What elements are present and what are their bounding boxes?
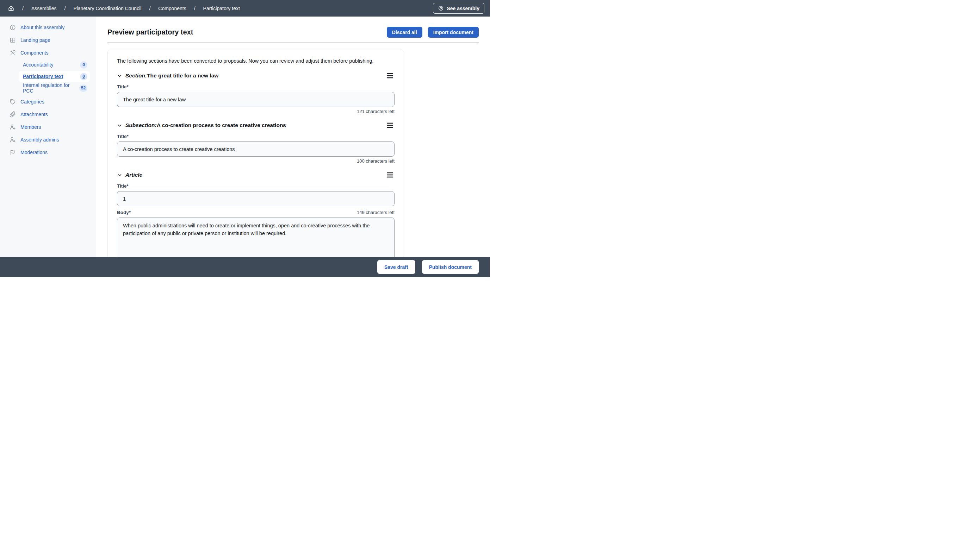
sidebar-item-label: Accountability	[23, 62, 53, 68]
drag-handle-icon[interactable]	[385, 122, 394, 129]
see-assembly-label: See assembly	[447, 6, 479, 11]
section-block: Section:The great title for a new law Ti…	[117, 72, 394, 114]
sidebar-item-label: Assembly admins	[21, 137, 59, 143]
breadcrumb-separator: /	[149, 6, 150, 11]
section-title-input[interactable]	[117, 142, 394, 157]
section-type-label: Section:	[125, 73, 147, 79]
publish-document-button[interactable]: Publish document	[422, 260, 479, 274]
breadcrumb-separator: /	[194, 6, 196, 11]
sidebar: About this assembly Landing page Compo	[0, 16, 96, 277]
section-heading: A co-creation process to create creative…	[157, 122, 286, 129]
drag-handle-icon[interactable]	[385, 72, 394, 79]
count-badge: 0	[80, 61, 87, 68]
eye-icon	[438, 5, 444, 11]
title-field-label: Title*	[117, 183, 394, 189]
breadcrumb-separator: /	[64, 6, 65, 11]
user-gear-icon	[10, 137, 16, 143]
breadcrumb: / Assemblies / Planetary Coordination Co…	[8, 5, 240, 12]
characters-left: 121 characters left	[117, 109, 394, 114]
sidebar-item-landing-page[interactable]: Landing page	[0, 34, 96, 46]
tools-icon	[10, 49, 16, 56]
info-icon	[10, 24, 16, 30]
chevron-down-icon[interactable]	[117, 123, 122, 128]
sidebar-item-label: Internal regulation for PCC	[23, 82, 79, 94]
article-title-input[interactable]	[117, 191, 394, 206]
sidebar-item-assembly-admins[interactable]: Assembly admins	[0, 134, 96, 146]
preview-card: The following sections have been convert…	[107, 49, 404, 277]
sidebar-item-label: Attachments	[21, 111, 48, 117]
sidebar-item-participatory-text[interactable]: Participatory text 0	[19, 71, 90, 82]
sidebar-item-internal-regulation[interactable]: Internal regulation for PCC 52	[19, 83, 90, 93]
sidebar-item-label: Members	[21, 124, 41, 130]
sidebar-item-categories[interactable]: Categories	[0, 96, 96, 108]
breadcrumb-components[interactable]: Components	[158, 6, 186, 11]
breadcrumb-separator: /	[22, 6, 24, 11]
count-badge: 0	[80, 73, 87, 80]
main-content: Preview participatory text Discard all I…	[96, 16, 490, 277]
count-badge: 52	[79, 84, 87, 92]
sidebar-item-moderations[interactable]: Moderations	[0, 146, 96, 159]
characters-left: 100 characters left	[117, 158, 394, 164]
tag-icon	[10, 99, 16, 105]
title-field-label: Title*	[117, 84, 394, 89]
bottom-action-bar: Save draft Publish document	[0, 257, 490, 277]
section-type-label: Article	[125, 172, 142, 178]
sidebar-item-label: Moderations	[21, 150, 48, 155]
topbar: / Assemblies / Planetary Coordination Co…	[0, 0, 490, 16]
chevron-down-icon[interactable]	[117, 73, 122, 78]
sidebar-item-components[interactable]: Components	[0, 46, 96, 59]
header-divider	[107, 43, 479, 43]
section-type-label: Subsection:	[125, 122, 157, 129]
section-block: Subsection:A co-creation process to crea…	[117, 122, 394, 164]
sidebar-item-label: Categories	[21, 99, 45, 105]
home-gear-icon	[8, 5, 14, 12]
sidebar-item-accountability[interactable]: Accountability 0	[19, 59, 90, 70]
characters-left: 149 characters left	[357, 210, 394, 215]
paperclip-icon	[10, 111, 16, 118]
chevron-down-icon[interactable]	[117, 172, 122, 178]
sidebar-item-about-assembly[interactable]: About this assembly	[0, 21, 96, 34]
sidebar-item-label: Landing page	[21, 37, 50, 43]
see-assembly-button[interactable]: See assembly	[433, 3, 484, 14]
flag-icon	[10, 149, 16, 156]
sidebar-item-label: Participatory text	[23, 73, 63, 79]
sidebar-item-attachments[interactable]: Attachments	[0, 108, 96, 121]
breadcrumb-assemblies[interactable]: Assemblies	[31, 6, 57, 11]
layout-icon	[10, 37, 16, 43]
drag-handle-icon[interactable]	[385, 171, 394, 178]
title-field-label: Title*	[117, 134, 394, 139]
body-field-label: Body*	[117, 210, 131, 215]
intro-text: The following sections have been convert…	[117, 57, 394, 64]
section-block: Article Title* Body* 149 characters left…	[117, 171, 394, 270]
import-document-button[interactable]: Import document	[428, 27, 479, 38]
sidebar-item-label: About this assembly	[21, 25, 64, 30]
breadcrumb-home-link[interactable]	[8, 5, 14, 12]
components-sub-list: Accountability 0 Participatory text 0 In…	[0, 59, 96, 96]
save-draft-button[interactable]: Save draft	[377, 260, 415, 274]
section-title-input[interactable]	[117, 92, 394, 107]
breadcrumb-participatory-text[interactable]: Participatory text	[203, 6, 240, 11]
page-title: Preview participatory text	[107, 28, 193, 36]
discard-all-button[interactable]: Discard all	[387, 27, 422, 38]
breadcrumb-assembly-name[interactable]: Planetary Coordination Council	[73, 6, 141, 11]
user-gear-icon	[10, 124, 16, 130]
section-heading: The great title for a new law	[147, 73, 219, 79]
sidebar-item-label: Components	[21, 50, 48, 56]
sidebar-item-members[interactable]: Members	[0, 121, 96, 134]
